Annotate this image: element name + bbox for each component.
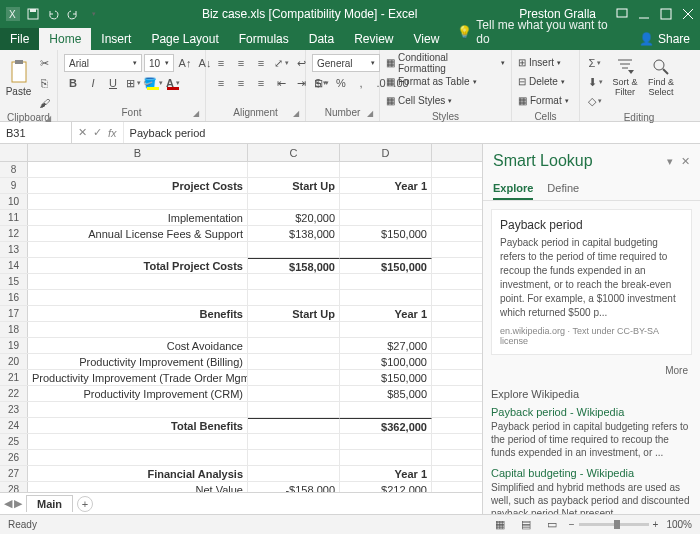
paste-button[interactable]: Paste bbox=[4, 52, 33, 104]
table-row[interactable]: 19Cost Avoidance$27,000 bbox=[0, 338, 482, 354]
table-row[interactable]: 16 bbox=[0, 290, 482, 306]
cell[interactable] bbox=[248, 338, 340, 353]
wiki-result[interactable]: Capital budgeting - Wikipedia Simplified… bbox=[491, 467, 692, 514]
pane-close-icon[interactable]: ✕ bbox=[681, 155, 690, 168]
cell[interactable] bbox=[248, 242, 340, 257]
sheet-tab-main[interactable]: Main bbox=[26, 495, 73, 512]
italic-button[interactable]: I bbox=[84, 74, 102, 92]
row-header[interactable]: 17 bbox=[0, 306, 28, 321]
percent-format-icon[interactable]: % bbox=[332, 74, 350, 92]
tab-page-layout[interactable]: Page Layout bbox=[141, 28, 228, 50]
fx-icon[interactable]: fx bbox=[108, 127, 117, 139]
row-header[interactable]: 27 bbox=[0, 466, 28, 481]
enter-fx-icon[interactable]: ✓ bbox=[93, 126, 102, 139]
row-header[interactable]: 25 bbox=[0, 434, 28, 449]
cell[interactable]: Net Value bbox=[28, 482, 248, 492]
cell[interactable]: $150,000 bbox=[340, 226, 432, 241]
cell[interactable] bbox=[340, 322, 432, 337]
cell[interactable]: Total Benefits bbox=[28, 418, 248, 433]
row-header[interactable]: 10 bbox=[0, 194, 28, 209]
align-top-icon[interactable]: ≡ bbox=[212, 54, 230, 72]
formula-bar[interactable]: Payback period bbox=[124, 127, 700, 139]
dialog-launcher-icon[interactable]: ◢ bbox=[367, 109, 373, 118]
table-row[interactable]: 23 bbox=[0, 402, 482, 418]
cell[interactable] bbox=[28, 274, 248, 289]
row-header[interactable]: 13 bbox=[0, 242, 28, 257]
cell[interactable]: $362,000 bbox=[340, 418, 432, 433]
cell[interactable] bbox=[340, 450, 432, 465]
zoom-level[interactable]: 100% bbox=[666, 519, 692, 530]
border-button[interactable]: ⊞ bbox=[124, 74, 142, 92]
select-all-corner[interactable] bbox=[0, 144, 28, 161]
cell[interactable] bbox=[248, 290, 340, 305]
format-cells-button[interactable]: ▦Format▾ bbox=[518, 92, 569, 109]
cell[interactable]: Productivity Improvement (Trade Order Mg… bbox=[28, 370, 248, 385]
find-select-button[interactable]: Find & Select bbox=[644, 52, 678, 104]
row-header[interactable]: 26 bbox=[0, 450, 28, 465]
col-header-d[interactable]: D bbox=[340, 144, 432, 161]
row-header[interactable]: 21 bbox=[0, 370, 28, 385]
row-header[interactable]: 19 bbox=[0, 338, 28, 353]
cell[interactable]: Total Project Costs bbox=[28, 258, 248, 273]
zoom-in-icon[interactable]: + bbox=[653, 519, 659, 530]
copy-icon[interactable]: ⎘ bbox=[35, 74, 53, 92]
cell[interactable] bbox=[248, 274, 340, 289]
wiki-result[interactable]: Payback period - Wikipedia Payback perio… bbox=[491, 406, 692, 459]
maximize-icon[interactable] bbox=[660, 8, 672, 20]
fill-icon[interactable]: ⬇ bbox=[586, 73, 604, 91]
table-row[interactable]: 14Total Project Costs$158,000$150,000 bbox=[0, 258, 482, 274]
cell[interactable] bbox=[340, 290, 432, 305]
cell[interactable] bbox=[248, 370, 340, 385]
name-box[interactable]: B31 bbox=[0, 122, 72, 143]
cell[interactable] bbox=[340, 242, 432, 257]
table-row[interactable]: 26 bbox=[0, 450, 482, 466]
row-header[interactable]: 16 bbox=[0, 290, 28, 305]
row-header[interactable]: 20 bbox=[0, 354, 28, 369]
cell[interactable]: -$158,000 bbox=[248, 482, 340, 492]
cell[interactable] bbox=[248, 450, 340, 465]
row-header[interactable]: 28 bbox=[0, 482, 28, 492]
close-icon[interactable] bbox=[682, 8, 694, 20]
cell[interactable] bbox=[28, 434, 248, 449]
table-row[interactable]: 22Productivity Improvement (CRM)$85,000 bbox=[0, 386, 482, 402]
table-row[interactable]: 12Annual License Fees & Support$138,000$… bbox=[0, 226, 482, 242]
table-row[interactable]: 17BenefitsStart UpYear 1 bbox=[0, 306, 482, 322]
cell[interactable] bbox=[340, 274, 432, 289]
add-sheet-button[interactable]: + bbox=[77, 496, 93, 512]
cell[interactable] bbox=[28, 402, 248, 417]
cell[interactable] bbox=[340, 162, 432, 177]
qat-customize-icon[interactable] bbox=[86, 7, 100, 21]
cancel-fx-icon[interactable]: ✕ bbox=[78, 126, 87, 139]
increase-font-icon[interactable]: A↑ bbox=[176, 54, 194, 72]
result-card[interactable]: Payback period Payback period in capital… bbox=[491, 209, 692, 355]
cell[interactable] bbox=[28, 194, 248, 209]
cell[interactable]: $100,000 bbox=[340, 354, 432, 369]
row-header[interactable]: 12 bbox=[0, 226, 28, 241]
cell[interactable] bbox=[28, 162, 248, 177]
align-center-icon[interactable]: ≡ bbox=[232, 74, 250, 92]
row-header[interactable]: 23 bbox=[0, 402, 28, 417]
format-as-table-button[interactable]: ▦Format as Table▾ bbox=[386, 73, 477, 90]
clear-icon[interactable]: ◇ bbox=[586, 92, 604, 110]
cell[interactable]: $27,000 bbox=[340, 338, 432, 353]
cell[interactable]: Benefits bbox=[28, 306, 248, 321]
cell[interactable]: $138,000 bbox=[248, 226, 340, 241]
decrease-indent-icon[interactable]: ⇤ bbox=[272, 74, 290, 92]
cell-styles-button[interactable]: ▦Cell Styles▾ bbox=[386, 92, 452, 109]
cell[interactable]: $150,000 bbox=[340, 258, 432, 273]
comma-format-icon[interactable]: , bbox=[352, 74, 370, 92]
share-button[interactable]: 👤Share bbox=[629, 28, 700, 50]
cell[interactable]: $150,000 bbox=[340, 370, 432, 385]
cell[interactable]: Project Costs bbox=[28, 178, 248, 193]
cell[interactable]: Implementation bbox=[28, 210, 248, 225]
table-row[interactable]: 13 bbox=[0, 242, 482, 258]
conditional-formatting-button[interactable]: ▦Conditional Formatting▾ bbox=[386, 54, 505, 71]
sort-filter-button[interactable]: Sort & Filter bbox=[608, 52, 642, 104]
pane-dropdown-icon[interactable]: ▾ bbox=[667, 155, 673, 168]
table-row[interactable]: 20Productivity Improvement (Billing)$100… bbox=[0, 354, 482, 370]
cell[interactable] bbox=[340, 402, 432, 417]
cell[interactable]: Annual License Fees & Support bbox=[28, 226, 248, 241]
cell[interactable] bbox=[248, 434, 340, 449]
zoom-out-icon[interactable]: − bbox=[569, 519, 575, 530]
minimize-icon[interactable] bbox=[638, 8, 650, 20]
